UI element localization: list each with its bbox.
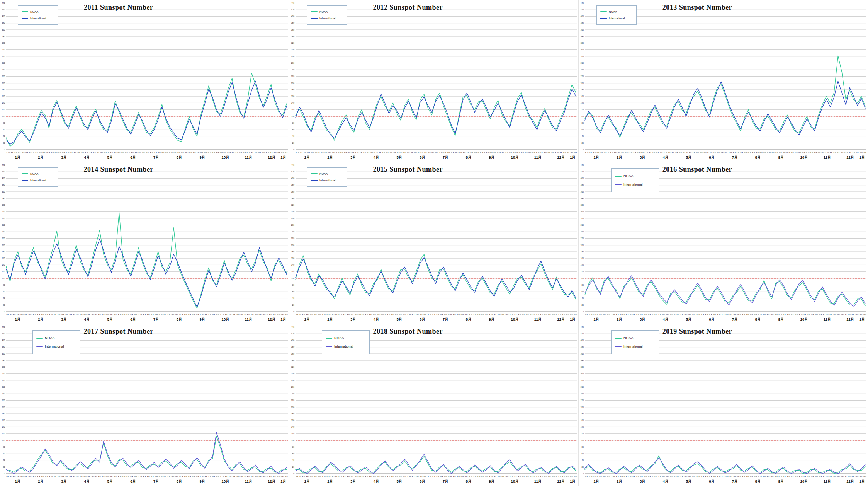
svg-text:440: 440	[2, 164, 5, 166]
svg-text:60: 60	[581, 290, 584, 293]
svg-text:360: 360	[2, 191, 5, 193]
svg-text:5月: 5月	[107, 317, 113, 321]
svg-text:240: 240	[2, 392, 5, 395]
svg-text:8月: 8月	[755, 155, 761, 159]
svg-text:12月: 12月	[557, 317, 565, 321]
international-line-swatch	[615, 346, 622, 346]
noaa-line-swatch	[36, 338, 43, 338]
svg-text:80: 80	[3, 284, 5, 286]
svg-text:160: 160	[581, 257, 584, 259]
svg-text:1 6 11 16 21 26 31 5 10 15 20: 1 6 11 16 21 26 31 5 10 15 20 25 2 7 12 …	[296, 152, 578, 154]
svg-text:380: 380	[2, 346, 5, 348]
svg-text:2月: 2月	[327, 317, 333, 321]
svg-text:7月: 7月	[732, 479, 738, 483]
svg-text:40: 40	[292, 135, 294, 137]
svg-text:400: 400	[2, 177, 5, 179]
svg-text:3月: 3月	[350, 479, 356, 483]
svg-text:140: 140	[2, 426, 5, 428]
svg-text:200: 200	[581, 406, 584, 408]
svg-text:160: 160	[2, 95, 5, 97]
svg-text:5月: 5月	[396, 155, 402, 159]
svg-text:240: 240	[291, 392, 295, 395]
legend-box: NOAA International	[611, 330, 659, 354]
svg-text:220: 220	[2, 237, 5, 239]
svg-text:180: 180	[581, 251, 584, 253]
svg-text:11月: 11月	[534, 317, 542, 321]
svg-text:140: 140	[291, 102, 295, 104]
svg-text:9月: 9月	[200, 479, 206, 483]
svg-text:10月: 10月	[511, 479, 519, 483]
svg-text:160: 160	[291, 95, 295, 97]
svg-text:200: 200	[291, 82, 295, 84]
svg-text:400: 400	[291, 339, 295, 341]
svg-text:80: 80	[3, 122, 5, 124]
legend-box: NOAA International	[18, 167, 58, 187]
svg-text:60: 60	[581, 452, 584, 455]
svg-text:240: 240	[2, 68, 5, 71]
svg-text:10月: 10月	[800, 479, 808, 483]
svg-text:260: 260	[291, 386, 295, 388]
legend-row-international: International	[326, 344, 366, 348]
svg-text:400: 400	[581, 339, 584, 341]
svg-text:11月: 11月	[534, 479, 542, 483]
svg-text:12月: 12月	[268, 479, 275, 483]
svg-text:160: 160	[291, 257, 295, 259]
svg-text:1月: 1月	[593, 317, 599, 321]
legend-international-label: International	[319, 179, 335, 182]
svg-text:1月: 1月	[859, 479, 865, 483]
svg-text:3月: 3月	[640, 155, 645, 159]
svg-text:10月: 10月	[222, 317, 229, 321]
svg-text:380: 380	[2, 22, 5, 24]
svg-text:4月: 4月	[663, 155, 669, 159]
legend-noaa-label: NOAA	[319, 10, 328, 14]
svg-text:12月: 12月	[846, 155, 854, 159]
svg-text:100: 100	[581, 277, 584, 280]
svg-text:420: 420	[2, 9, 5, 11]
noaa-line-swatch	[311, 11, 318, 12]
svg-text:420: 420	[581, 171, 584, 173]
svg-text:100: 100	[291, 277, 295, 280]
legend-box: NOAA International	[307, 5, 347, 25]
svg-text:280: 280	[581, 379, 584, 382]
svg-text:340: 340	[2, 359, 5, 362]
svg-text:31 5 10 15 20 25 30 4 9 14 19: 31 5 10 15 20 25 30 4 9 14 19 24 1 6 11 …	[585, 476, 867, 478]
svg-text:7月: 7月	[732, 317, 738, 321]
legend-row-international: International	[615, 182, 655, 186]
svg-text:8月: 8月	[466, 479, 472, 483]
svg-text:400: 400	[291, 177, 295, 179]
svg-text:10月: 10月	[800, 155, 808, 159]
legend-noaa-label: NOAA	[30, 172, 38, 176]
svg-text:40: 40	[3, 459, 5, 461]
svg-text:160: 160	[581, 419, 584, 421]
svg-text:260: 260	[581, 386, 584, 388]
svg-text:1月: 1月	[280, 479, 286, 483]
svg-text:3月: 3月	[61, 479, 67, 483]
svg-text:80: 80	[581, 446, 584, 448]
svg-text:380: 380	[581, 22, 584, 24]
svg-text:0: 0	[583, 472, 584, 475]
svg-text:5月: 5月	[686, 155, 691, 159]
legend-row-international: International	[600, 17, 633, 20]
svg-text:240: 240	[2, 230, 5, 233]
svg-text:10月: 10月	[800, 317, 808, 321]
svg-text:60: 60	[292, 128, 294, 131]
svg-text:40: 40	[581, 297, 584, 299]
svg-text:6月: 6月	[420, 317, 425, 321]
svg-text:6月: 6月	[130, 479, 136, 483]
svg-text:360: 360	[2, 29, 5, 31]
svg-text:6月: 6月	[420, 155, 425, 159]
svg-text:31 5 10 15 20 25 30 4 9 14 19: 31 5 10 15 20 25 30 4 9 14 19 24 1 6 11 …	[585, 314, 867, 316]
svg-text:320: 320	[581, 42, 584, 44]
svg-text:320: 320	[291, 204, 295, 206]
svg-text:1月: 1月	[15, 155, 20, 159]
svg-text:4月: 4月	[663, 317, 669, 321]
svg-text:20: 20	[3, 466, 5, 468]
svg-text:0: 0	[4, 472, 5, 475]
svg-text:180: 180	[581, 89, 584, 91]
svg-text:40: 40	[292, 459, 294, 461]
svg-text:0: 0	[4, 148, 5, 151]
svg-text:100: 100	[291, 439, 295, 442]
svg-text:12月: 12月	[846, 479, 854, 483]
international-line-swatch	[22, 180, 28, 181]
svg-text:9月: 9月	[778, 479, 784, 483]
